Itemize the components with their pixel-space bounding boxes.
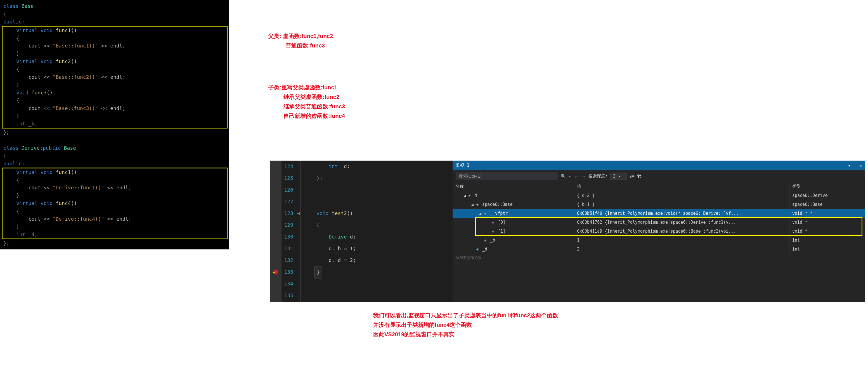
annotation-parent: 父类: 虚函数:func1,func2 普通函数:func3 — [268, 31, 333, 50]
var-name: d — [474, 193, 477, 198]
var-type: void * — [789, 227, 865, 235]
var-value: 2 — [574, 245, 789, 253]
breakpoint-gutter[interactable]: → — [270, 161, 281, 302]
watch-title-bar[interactable]: 监视 1 ▾ ▢ ✕ — [453, 161, 865, 170]
watch-row[interactable]: ◈ _d2int — [453, 245, 865, 254]
var-type: void * * — [789, 209, 865, 218]
var-name: _d — [482, 246, 487, 252]
watch-window: 监视 1 ▾ ▢ ✕ 🔍 ▾ ← → 搜索深度: 3 ▾ ⫶╤ 🛠 名称 值 类… — [453, 161, 865, 302]
col-type[interactable]: 类型 — [789, 182, 865, 191]
watch-header-row[interactable]: 名称 值 类型 — [453, 182, 865, 191]
watch-toolbar: 🔍 ▾ ← → 搜索深度: 3 ▾ ⫶╤ 🛠 — [453, 170, 865, 182]
watch-row[interactable]: ◢◈ space6::Base{_b=1 }space6::Base — [453, 200, 865, 209]
highlight-box-base: virtual void func1() { cout << "Base::fu… — [2, 26, 227, 129]
nav-forward-icon[interactable]: → — [581, 173, 586, 179]
filter-icon[interactable]: ⫶╤ — [629, 173, 634, 179]
annotation-child: 子类:重写父类虚函数:func1 继承父类虚函数:func2 继承父类普通函数:… — [268, 83, 345, 121]
depth-label: 搜索深度: — [588, 173, 608, 179]
variable-icon: ◈ — [492, 229, 494, 234]
var-type: int — [789, 236, 865, 244]
var-type: int — [789, 245, 865, 253]
close-icon[interactable]: ✕ — [860, 163, 862, 168]
var-name: space6::Base — [482, 202, 513, 207]
var-value: {_d=2 } — [574, 191, 789, 200]
variable-icon: ◈ — [476, 202, 478, 207]
debug-source[interactable]: → 124 125 126 127 128 129 130 131 132 13… — [270, 161, 453, 302]
nav-back-icon[interactable]: ← — [574, 173, 579, 179]
add-watch-placeholder[interactable]: 添加要监视的项 — [453, 254, 865, 262]
var-type: void * — [789, 218, 865, 227]
highlight-box-derive: virtual void func1() { cout << "Derive::… — [2, 168, 227, 239]
col-name[interactable]: 名称 — [453, 182, 574, 191]
search-icon[interactable]: 🔍 ▾ — [561, 174, 571, 179]
source-code-base-derive: class Base { public: virtual void func1(… — [0, 0, 229, 249]
source-text[interactable]: int _d; }; void test2() { Derive d; d._b… — [301, 161, 453, 302]
variable-icon: ◈ — [484, 238, 487, 243]
var-value: 0x00b41762 {Inherit_Polymorphism.exe!spa… — [574, 218, 789, 227]
watch-row[interactable]: ◈ _b1int — [453, 236, 865, 245]
var-value: 1 — [574, 236, 789, 244]
settings-icon[interactable]: 🛠 — [637, 173, 642, 179]
watch-body[interactable]: ◢◈ d{_d=2 }space6::Derive◢◈ space6::Base… — [453, 191, 865, 302]
maximize-icon[interactable]: ▢ — [854, 163, 856, 168]
annotation-conclusion: 我们可以看出,监视窗口只显示出了子类虚表当中的fun1和func2这两个函数 并… — [373, 310, 558, 339]
var-value: 0x00b51f40 {Inherit_Polymorism.exe!void(… — [574, 209, 789, 218]
search-input[interactable] — [456, 172, 558, 180]
watch-row[interactable]: ◢◈ d{_d=2 }space6::Derive — [453, 191, 865, 200]
var-name: _b — [490, 238, 495, 243]
var-value: 0x00b411a9 {Inherit_Polymorphism.exe!spa… — [574, 227, 789, 235]
watch-row[interactable]: ◈ [0]0x00b41762 {Inherit_Polymorphism.ex… — [453, 218, 865, 227]
col-value[interactable]: 值 — [574, 182, 789, 191]
watch-row[interactable]: ◈ [1]0x00b411a9 {Inherit_Polymorphism.ex… — [453, 227, 865, 236]
execution-arrow-icon: → — [273, 269, 275, 275]
var-type: space6::Base — [789, 200, 865, 209]
fold-toggle-icon[interactable]: − — [296, 212, 300, 215]
variable-icon: ◈ — [484, 211, 487, 216]
fold-gutter[interactable]: − — [295, 161, 301, 302]
window-dropdown-icon[interactable]: ▾ — [848, 163, 850, 168]
variable-icon: ◈ — [476, 246, 478, 252]
var-name: __vfptr — [490, 211, 508, 216]
var-name: [0] — [498, 220, 505, 225]
var-name: [1] — [498, 229, 505, 234]
depth-select[interactable]: 3 ▾ — [611, 173, 626, 180]
watch-title-text: 监视 1 — [456, 163, 469, 168]
line-number-gutter: 124 125 126 127 128 129 130 131 132 133 … — [281, 161, 295, 302]
var-type: space6::Derive — [789, 191, 865, 200]
debugger-panel: → 124 125 126 127 128 129 130 131 132 13… — [270, 161, 865, 302]
variable-icon: ◈ — [492, 220, 494, 225]
variable-icon: ◈ — [468, 193, 471, 198]
var-value: {_b=1 } — [574, 200, 789, 209]
watch-row[interactable]: ◢◈ __vfptr0x00b51f40 {Inherit_Polymorism… — [453, 209, 865, 218]
